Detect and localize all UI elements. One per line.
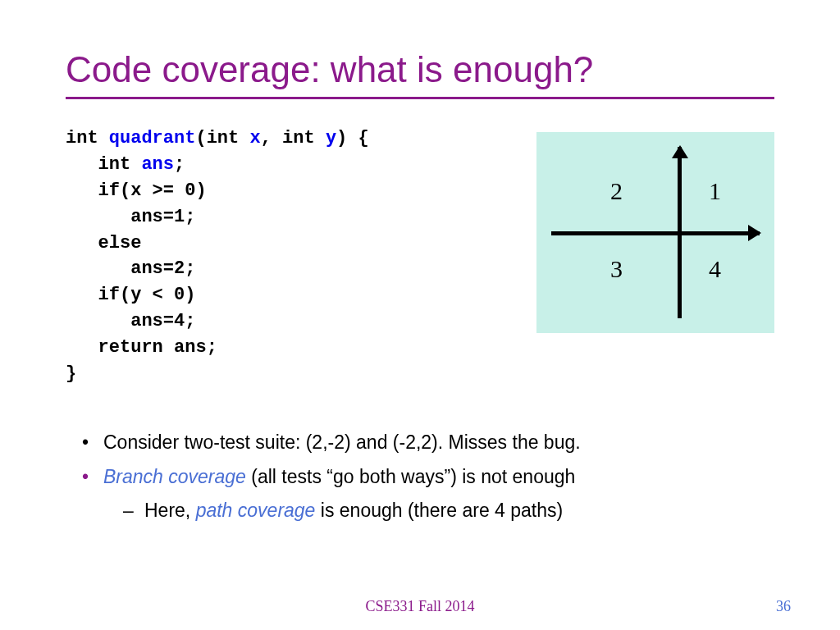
y-axis-arrow	[678, 147, 682, 318]
title-underline	[66, 97, 774, 99]
bullet-3: Here, path coverage is enough (there are…	[123, 496, 774, 526]
code-t: , int	[261, 128, 326, 148]
code-t: ;	[174, 154, 185, 175]
bullet-2-rest: (all tests “go both ways”) is not enough	[251, 466, 575, 487]
code-param: y	[326, 128, 336, 148]
quadrant-label-3: 3	[610, 255, 623, 283]
code-t: ) {	[336, 128, 369, 148]
quadrant-label-4: 4	[709, 255, 721, 283]
code-block: int quadrant(int x, int y) { int ans; if…	[66, 126, 504, 387]
slide-title: Code coverage: what is enough?	[66, 49, 774, 90]
quadrant-label-1: 1	[709, 177, 721, 205]
quadrant-diagram: 1 2 3 4	[536, 132, 774, 333]
code-line: if(y < 0)	[66, 285, 195, 305]
bullet-3-c: is enough (there are 4 paths)	[321, 500, 563, 521]
bullet-2-em: Branch coverage	[103, 466, 251, 487]
code-line: ans=1;	[66, 207, 195, 227]
code-fn: quadrant	[109, 128, 196, 148]
code-t: int	[66, 128, 109, 148]
page-number: 36	[776, 598, 791, 615]
code-var: ans	[141, 154, 174, 175]
bullet-3-a: Here,	[144, 500, 196, 521]
code-line: }	[66, 363, 76, 384]
slide: Code coverage: what is enough? int quadr…	[0, 0, 840, 630]
quadrant-label-2: 2	[610, 177, 623, 205]
bullet-list: Consider two-test suite: (2,-2) and (-2,…	[66, 428, 774, 526]
bullet-2: Branch coverage (all tests “go both ways…	[82, 463, 774, 492]
x-axis-arrow	[551, 231, 760, 235]
footer-text: CSE331 Fall 2014	[0, 598, 840, 615]
code-line: ans=2;	[66, 258, 195, 279]
code-line: ans=4;	[66, 311, 195, 331]
code-t: int	[66, 154, 141, 175]
code-t: (int	[195, 128, 249, 148]
bullet-1-text: Consider two-test suite: (2,-2) and (-2,…	[103, 431, 581, 453]
code-param: x	[249, 128, 260, 148]
code-line: return ans;	[66, 337, 217, 358]
code-line: else	[66, 233, 141, 253]
code-line: if(x >= 0)	[66, 180, 207, 201]
bullet-1: Consider two-test suite: (2,-2) and (-2,…	[82, 428, 774, 458]
bullet-3-em: path coverage	[196, 500, 321, 521]
content-row: int quadrant(int x, int y) { int ans; if…	[66, 126, 774, 387]
